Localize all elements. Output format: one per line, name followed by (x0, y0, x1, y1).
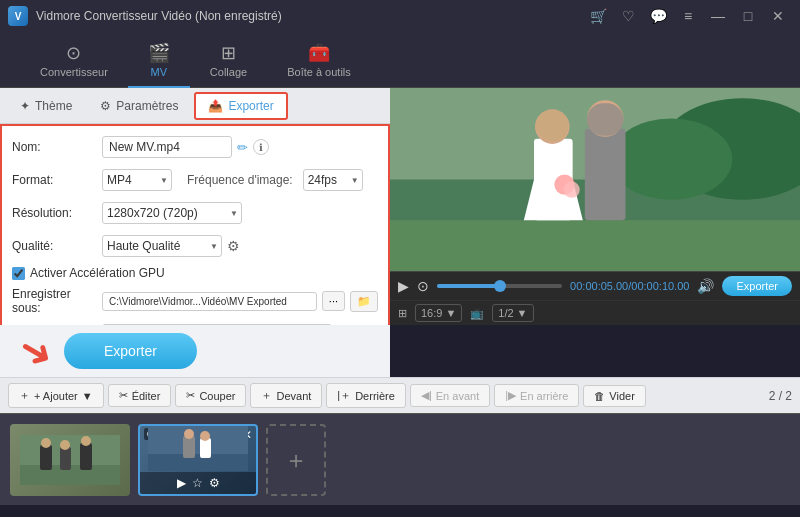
gpu-checkbox[interactable] (12, 267, 25, 280)
timeline-clip-1[interactable] (10, 424, 130, 496)
en-avant-label: En avant (436, 390, 479, 402)
form-row-resolution: Résolution: 1280x720 (720p) (12, 200, 378, 226)
clip1-thumbnail (20, 435, 120, 485)
form-row-qualite: Qualité: Haute Qualité ⚙ (12, 233, 378, 259)
qualite-label: Qualité: (12, 239, 102, 253)
ratio-value: 16:9 (421, 307, 442, 319)
ajouter-button[interactable]: ＋ + Ajouter ▼ (8, 383, 104, 408)
vider-icon: 🗑 (594, 390, 605, 402)
tab-mv[interactable]: 🎬 MV (128, 36, 190, 88)
svg-rect-11 (536, 110, 569, 141)
en-avant-icon: ◀| (421, 389, 432, 402)
qualite-select[interactable]: Haute Qualité (102, 235, 222, 257)
quality-selector[interactable]: 1/2 ▼ (492, 304, 533, 322)
vider-button[interactable]: 🗑 Vider (583, 385, 645, 407)
sub-tab-params[interactable]: ⚙ Paramètres (88, 94, 190, 118)
tab-convertisseur[interactable]: ⊙ Convertisseur (20, 36, 128, 88)
export-area: ➜ Exporter (20, 328, 197, 374)
fps-select[interactable]: 24fps (303, 169, 363, 191)
timeline-clip-2[interactable]: 00:00:05 ✕ ▶ ☆ ⚙ (138, 424, 258, 496)
cart-icon[interactable]: 🛒 (584, 2, 612, 30)
sub-tab-theme[interactable]: ✦ Thème (8, 94, 84, 118)
controls-bar2: ⊞ 16:9 ▼ 📺 1/2 ▼ (390, 300, 800, 325)
clip2-play-icon[interactable]: ▶ (177, 476, 186, 490)
fps-label: Fréquence d'image: (187, 173, 293, 187)
clip1-thumb (10, 424, 130, 496)
controls-bar: ▶ ⊙ 00:00:05.00/00:00:10.00 🔊 Exporter (390, 271, 800, 300)
save-path-input[interactable]: C:\Vidmore\Vidmor...Vidéo\MV Exported (102, 292, 317, 311)
save-label: Enregistrer sous: (12, 287, 102, 315)
red-arrow-icon: ➜ (11, 323, 63, 380)
couper-button[interactable]: ✂ Couper (175, 384, 246, 407)
derriere-button[interactable]: |＋ Derrière (326, 383, 406, 408)
form-row-save: Enregistrer sous: C:\Vidmore\Vidmor...Vi… (12, 287, 378, 315)
progress-bar[interactable] (437, 284, 562, 288)
ajouter-dropdown-icon: ▼ (82, 390, 93, 402)
volume-icon[interactable]: 🔊 (697, 278, 714, 294)
convertisseur-icon: ⊙ (66, 42, 81, 64)
clip2-thumbnail (148, 426, 248, 471)
video-placeholder (390, 88, 800, 271)
svg-rect-4 (390, 220, 800, 271)
save-browse-btn[interactable]: ··· (322, 291, 345, 311)
tab-boite-label: Boîte à outils (287, 66, 351, 78)
couper-label: Couper (199, 390, 235, 402)
format-select[interactable]: MP4 (102, 169, 172, 191)
sub-tab-exporter-label: Exporter (228, 99, 273, 113)
window-controls: 🛒 ♡ 💬 ≡ — □ ✕ (584, 2, 792, 30)
timeline: 00:00:05 ✕ ▶ ☆ ⚙ ＋ (0, 413, 800, 505)
svg-rect-16 (40, 445, 52, 470)
form-row-nom: Nom: New MV.mp4 ✏ ℹ (12, 134, 378, 160)
tab-boite[interactable]: 🧰 Boîte à outils (267, 36, 371, 88)
page-count: 2 / 2 (769, 389, 792, 403)
collage-icon: ⊞ (221, 42, 236, 64)
svg-point-21 (81, 436, 91, 446)
maximize-button[interactable]: □ (734, 2, 762, 30)
chat-icon[interactable]: 💬 (644, 2, 672, 30)
nom-label: Nom: (12, 140, 102, 154)
resolution-select-wrapper: 1280x720 (720p) (102, 202, 242, 224)
favorite-icon[interactable]: ♡ (614, 2, 642, 30)
editer-button[interactable]: ✂ Éditer (108, 384, 172, 407)
en-arriere-button[interactable]: |▶ En arrière (494, 384, 579, 407)
bottom-toolbar: ＋ + Ajouter ▼ ✂ Éditer ✂ Couper ＋ Devant… (0, 377, 800, 413)
devant-label: Devant (276, 390, 311, 402)
sub-tab-exporter[interactable]: 📤 Exporter (194, 92, 287, 120)
nom-input[interactable]: New MV.mp4 (102, 136, 232, 158)
add-clip-button[interactable]: ＋ (266, 424, 326, 496)
devant-button[interactable]: ＋ Devant (250, 383, 322, 408)
ratio-dropdown-icon: ▼ (445, 307, 456, 319)
export-main-button[interactable]: Exporter (64, 333, 197, 369)
clip2-star-icon[interactable]: ☆ (192, 476, 203, 490)
minimize-button[interactable]: — (704, 2, 732, 30)
form-row-format: Format: MP4 Fréquence d'image: 24fps (12, 167, 378, 193)
clip2-thumb (140, 426, 256, 472)
boite-icon: 🧰 (308, 42, 330, 64)
resolution-label: Résolution: (12, 206, 102, 220)
nom-info-icon[interactable]: ℹ (253, 139, 269, 155)
en-avant-button[interactable]: ◀| En avant (410, 384, 490, 407)
ratio-icon: ⊞ (398, 307, 407, 320)
save-folder-btn[interactable]: 📁 (350, 291, 378, 312)
qualite-gear-icon[interactable]: ⚙ (227, 238, 240, 254)
quality-icon: 📺 (470, 307, 484, 320)
format-label: Format: (12, 173, 102, 187)
nom-edit-icon[interactable]: ✏ (237, 140, 248, 155)
close-button[interactable]: ✕ (764, 2, 792, 30)
menu-icon[interactable]: ≡ (674, 2, 702, 30)
export-small-button[interactable]: Exporter (722, 276, 792, 296)
svg-rect-18 (60, 447, 71, 470)
video-preview (390, 88, 800, 271)
en-arriere-label: En arrière (520, 390, 568, 402)
tab-collage[interactable]: ⊞ Collage (190, 36, 267, 88)
quality-value: 1/2 (498, 307, 513, 319)
resolution-select[interactable]: 1280x720 (720p) (102, 202, 242, 224)
clip2-settings-icon[interactable]: ⚙ (209, 476, 220, 490)
play-button[interactable]: ▶ (398, 278, 409, 294)
gpu-checkbox-row: Activer Accélération GPU (12, 266, 378, 280)
ajouter-label: + Ajouter (34, 390, 78, 402)
svg-rect-23 (148, 454, 248, 471)
clip2-icons: ▶ ☆ ⚙ (140, 472, 256, 494)
stop-button[interactable]: ⊙ (417, 278, 429, 294)
ratio-selector[interactable]: 16:9 ▼ (415, 304, 462, 322)
